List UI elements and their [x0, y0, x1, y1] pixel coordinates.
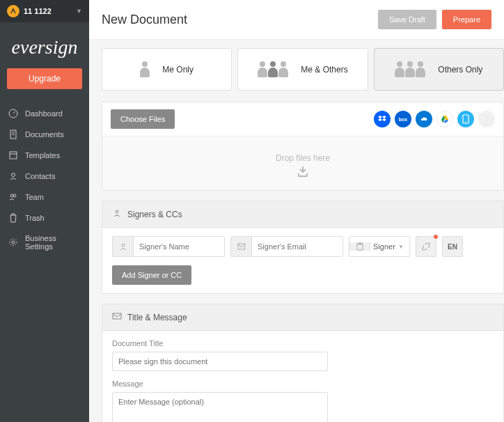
svg-point-8	[13, 194, 16, 197]
sidebar-item-label: Documents	[25, 130, 64, 139]
message-textarea[interactable]	[112, 392, 328, 422]
box-icon[interactable]: box	[395, 111, 411, 127]
prepare-button[interactable]: Prepare	[442, 10, 491, 29]
main-content: New Document Save Draft Prepare Me Only …	[89, 0, 504, 422]
envelope-icon	[112, 311, 122, 323]
avatar	[7, 5, 19, 17]
mode-card-label: Others Only	[438, 65, 482, 75]
signer-options-button[interactable]	[416, 236, 436, 257]
template-icon	[8, 150, 18, 160]
sidebar-item-team[interactable]: Team	[0, 187, 89, 208]
signer-row: Signer ▼ EN	[112, 236, 494, 257]
choose-files-button[interactable]: Choose Files	[111, 109, 175, 129]
sidebar: 11 1122 ▼ eversign Upgrade Dashboard Doc…	[0, 0, 89, 422]
dashboard-icon	[8, 109, 18, 118]
svg-point-7	[10, 194, 13, 197]
sidebar-item-label: Business Settings	[25, 234, 81, 251]
page-header: New Document Save Draft Prepare	[89, 0, 504, 40]
account-name: 11 1122	[24, 7, 52, 15]
sidebar-item-label: Dashboard	[25, 109, 63, 118]
more-sources-icon[interactable]	[478, 111, 495, 127]
notification-dot	[434, 235, 438, 239]
contacts-icon	[8, 171, 18, 181]
add-signer-button[interactable]: Add Signer or CC	[112, 265, 191, 285]
signers-section: Signers & CCs Signer ▼	[102, 201, 504, 294]
sidebar-item-settings[interactable]: Business Settings	[0, 228, 89, 256]
svg-point-13	[122, 244, 125, 247]
language-button[interactable]: EN	[442, 236, 463, 257]
title-message-section: Title & Message Document Title Message	[102, 304, 504, 422]
page-title: New Document	[102, 13, 187, 27]
svg-rect-14	[238, 244, 245, 249]
sidebar-item-label: Trash	[25, 214, 45, 222]
mobile-icon[interactable]	[457, 111, 474, 127]
svg-point-12	[116, 210, 118, 213]
save-draft-button[interactable]: Save Draft	[378, 10, 436, 29]
account-switcher[interactable]: 11 1122 ▼	[0, 0, 89, 22]
chevron-down-icon: ▼	[76, 8, 82, 15]
svg-point-11	[465, 121, 466, 123]
sidebar-item-documents[interactable]: Documents	[0, 124, 89, 145]
logo: eversign	[0, 22, 89, 68]
mode-card-label: Me & Others	[301, 65, 347, 75]
sidebar-item-label: Templates	[25, 151, 60, 159]
svg-rect-17	[113, 313, 121, 319]
svg-rect-4	[10, 152, 17, 159]
download-arrow-icon	[102, 166, 503, 180]
dropzone-text: Drop files here	[102, 153, 503, 163]
upgrade-button[interactable]: Upgrade	[7, 68, 82, 89]
signers-icon	[112, 208, 122, 220]
section-heading: Signers & CCs	[127, 210, 182, 219]
doc-title-label: Document Title	[112, 339, 494, 347]
chevron-down-icon: ▼	[398, 244, 409, 250]
language-code: EN	[448, 243, 457, 251]
svg-point-9	[12, 241, 15, 244]
sidebar-item-label: Team	[25, 193, 44, 201]
section-heading: Title & Message	[127, 313, 187, 322]
signer-email-group	[230, 236, 343, 257]
signer-name-input[interactable]	[134, 237, 224, 256]
mode-card-me-only[interactable]: Me Only	[102, 48, 232, 91]
sidebar-item-dashboard[interactable]: Dashboard	[0, 103, 89, 124]
role-value: Signer	[370, 242, 398, 251]
dropbox-icon[interactable]	[374, 111, 391, 127]
onedrive-icon[interactable]	[416, 111, 432, 127]
trash-icon	[8, 213, 18, 223]
mode-cards: Me Only Me & Others Others Only	[102, 48, 504, 91]
sidebar-item-label: Contacts	[25, 172, 55, 180]
document-icon	[8, 130, 18, 139]
team-icon	[8, 192, 18, 202]
gear-icon	[8, 237, 18, 247]
signer-name-group	[112, 236, 225, 257]
mode-card-others-only[interactable]: Others Only	[374, 48, 504, 91]
gdrive-icon[interactable]	[436, 111, 453, 127]
mode-card-label: Me Only	[162, 65, 194, 75]
sidebar-item-templates[interactable]: Templates	[0, 145, 89, 166]
person-icon	[113, 237, 134, 256]
files-section: Choose Files box Drop files here	[102, 102, 504, 191]
sidebar-item-trash[interactable]: Trash	[0, 208, 89, 228]
dropzone[interactable]: Drop files here	[102, 136, 503, 190]
envelope-icon	[231, 237, 252, 256]
svg-point-6	[12, 173, 15, 177]
mode-card-me-others[interactable]: Me & Others	[237, 48, 368, 91]
message-label: Message	[112, 380, 494, 388]
role-select[interactable]: Signer ▼	[349, 236, 410, 257]
signer-email-input[interactable]	[252, 237, 342, 256]
clipboard-icon	[349, 242, 370, 251]
sidebar-item-contacts[interactable]: Contacts	[0, 166, 89, 187]
doc-title-input[interactable]	[112, 352, 328, 371]
